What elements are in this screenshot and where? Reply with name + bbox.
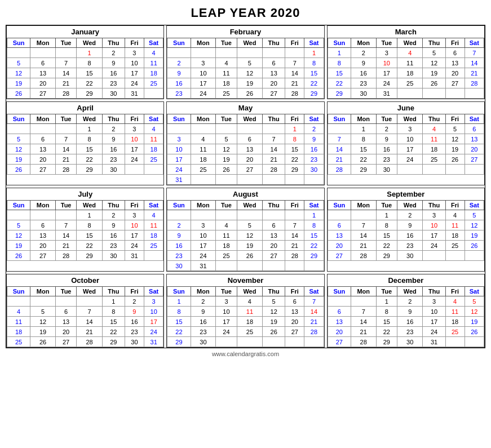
calendar-day: 10 bbox=[167, 144, 191, 154]
calendar-day: 9 bbox=[304, 134, 324, 144]
day-header-sat: Sat bbox=[144, 201, 163, 210]
day-header-fri: Fri bbox=[285, 201, 304, 210]
calendar-day bbox=[445, 337, 465, 347]
day-header-wed: Wed bbox=[237, 38, 263, 48]
calendar-day: 30 bbox=[102, 251, 125, 261]
calendar-day: 10 bbox=[191, 68, 216, 78]
calendar-day: 13 bbox=[445, 58, 465, 68]
calendar-day: 15 bbox=[102, 317, 125, 327]
calendar-day: 1 bbox=[77, 124, 103, 134]
calendar-day: 5 bbox=[465, 210, 484, 220]
calendar-day: 25 bbox=[237, 327, 263, 337]
calendar-day: 7 bbox=[465, 48, 484, 58]
calendar-day: 7 bbox=[351, 307, 376, 317]
calendar-day: 5 bbox=[423, 48, 445, 58]
calendar-day: 3 bbox=[423, 210, 445, 220]
calendar-day: 24 bbox=[125, 154, 144, 165]
calendar-day: 20 bbox=[30, 78, 56, 88]
calendar-day bbox=[465, 88, 484, 99]
calendar-day bbox=[285, 175, 304, 185]
calendar-day: 26 bbox=[7, 88, 30, 99]
calendar-day: 21 bbox=[304, 317, 324, 327]
calendar-day: 16 bbox=[102, 144, 125, 154]
calendar-day bbox=[465, 251, 484, 261]
calendar-day: 29 bbox=[328, 88, 351, 99]
calendar-day: 4 bbox=[237, 296, 263, 307]
calendar-day: 22 bbox=[304, 78, 324, 88]
calendar-day: 23 bbox=[102, 154, 125, 165]
calendar-day: 26 bbox=[7, 165, 30, 175]
day-header-mon: Mon bbox=[351, 201, 376, 210]
day-header-tue: Tue bbox=[55, 114, 76, 124]
calendar-day: 19 bbox=[423, 68, 445, 78]
calendar-day: 11 bbox=[144, 134, 163, 144]
calendar-day: 22 bbox=[77, 241, 103, 251]
calendar-day: 17 bbox=[125, 68, 144, 78]
day-header-fri: Fri bbox=[125, 287, 144, 296]
calendar-day: 23 bbox=[125, 327, 144, 337]
day-header-mon: Mon bbox=[30, 201, 56, 210]
day-header-tue: Tue bbox=[216, 287, 237, 296]
calendar-day: 26 bbox=[237, 88, 263, 99]
day-header-wed: Wed bbox=[77, 287, 103, 296]
calendar-day: 15 bbox=[285, 144, 304, 154]
calendar-day: 22 bbox=[77, 78, 103, 88]
calendar-day: 12 bbox=[445, 134, 465, 144]
month-title-december: December bbox=[328, 274, 484, 286]
calendar-day: 3 bbox=[167, 134, 191, 144]
calendar-day: 6 bbox=[30, 220, 56, 230]
month-october: OctoberSunMonTueWedThuFriSat123456789101… bbox=[6, 274, 164, 348]
calendar-day: 2 bbox=[102, 48, 125, 58]
calendar-day: 13 bbox=[285, 307, 304, 317]
month-title-may: May bbox=[167, 102, 324, 114]
calendar-day: 21 bbox=[263, 154, 285, 165]
calendar-day: 15 bbox=[304, 230, 324, 241]
calendar-day bbox=[304, 337, 324, 347]
calendar-day: 24 bbox=[423, 327, 445, 337]
calendar-day: 28 bbox=[55, 165, 76, 175]
day-header-mon: Mon bbox=[191, 114, 216, 124]
day-header-thu: Thu bbox=[102, 114, 125, 124]
calendar-day bbox=[237, 48, 263, 58]
day-header-wed: Wed bbox=[237, 201, 263, 210]
day-header-sun: Sun bbox=[167, 201, 191, 210]
calendar-day: 28 bbox=[55, 251, 76, 261]
calendar-day: 26 bbox=[237, 251, 263, 261]
calendar-day: 23 bbox=[191, 327, 216, 337]
calendar-day: 19 bbox=[237, 241, 263, 251]
calendar-day: 19 bbox=[237, 78, 263, 88]
day-header-sun: Sun bbox=[167, 38, 191, 48]
calendar-day: 3 bbox=[125, 210, 144, 220]
calendar-day: 21 bbox=[465, 68, 484, 78]
day-header-sun: Sun bbox=[7, 287, 30, 296]
calendar-day: 29 bbox=[376, 337, 397, 347]
calendar-day: 18 bbox=[7, 327, 30, 337]
calendar-day: 8 bbox=[304, 58, 324, 68]
calendar-day: 17 bbox=[423, 230, 445, 241]
calendar-day bbox=[55, 48, 76, 58]
calendar-day: 13 bbox=[263, 230, 285, 241]
calendar-day: 15 bbox=[351, 144, 376, 154]
day-header-sun: Sun bbox=[7, 201, 30, 210]
calendar-day: 4 bbox=[397, 48, 423, 58]
calendar-day: 12 bbox=[465, 220, 484, 230]
calendar-day: 22 bbox=[102, 327, 125, 337]
calendar-day bbox=[237, 210, 263, 220]
day-header-sat: Sat bbox=[304, 287, 324, 296]
calendar-day bbox=[304, 175, 324, 185]
calendar-day: 9 bbox=[167, 230, 191, 241]
footer: www.calendargratis.com bbox=[6, 351, 485, 357]
calendar-day: 6 bbox=[55, 307, 76, 317]
calendar-day: 4 bbox=[423, 124, 445, 134]
calendar-day: 27 bbox=[328, 251, 351, 261]
calendar-day: 3 bbox=[397, 124, 423, 134]
calendar-day bbox=[304, 261, 324, 271]
calendar-day: 8 bbox=[328, 58, 351, 68]
calendar-day bbox=[263, 337, 285, 347]
calendar-day: 31 bbox=[167, 175, 191, 185]
calendar-day: 5 bbox=[7, 134, 30, 144]
calendar-day: 26 bbox=[216, 165, 237, 175]
calendar-day: 22 bbox=[285, 154, 304, 165]
calendar-day: 28 bbox=[285, 251, 304, 261]
calendar-day: 19 bbox=[30, 327, 56, 337]
